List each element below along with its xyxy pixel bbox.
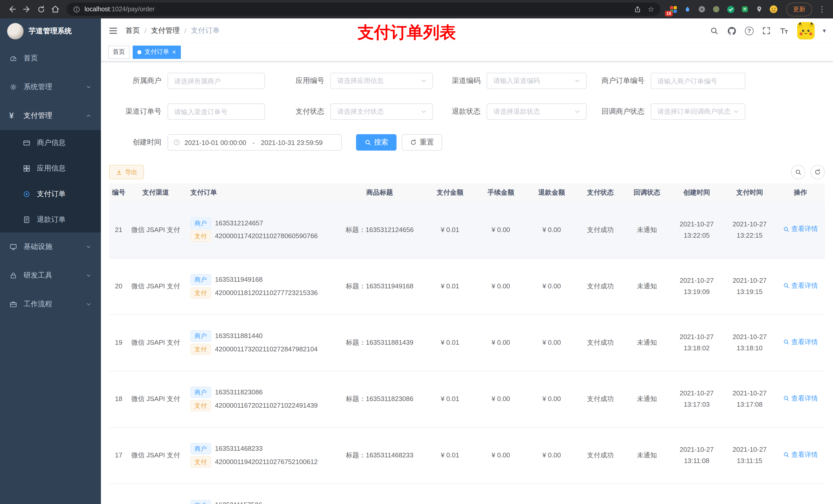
close-icon[interactable]: × (172, 49, 176, 55)
refund-status-select[interactable]: 请选择退款状态 (487, 103, 587, 120)
cell-amount: ¥ 0.01 (425, 258, 475, 314)
export-button[interactable]: 导出 (109, 165, 144, 179)
sidebar-item-refund-order[interactable]: 退款订单 (0, 207, 101, 233)
browser-back-button[interactable] (5, 2, 20, 16)
filter-row-3: 创建时间 2021-10-01 00:00:00 - 2021-10-31 23… (109, 134, 825, 150)
view-detail-link[interactable]: 查看详情 (783, 223, 818, 235)
avatar-caret-icon[interactable]: ▾ (823, 27, 826, 34)
table-refresh-button[interactable] (810, 165, 825, 179)
extension-drop-icon[interactable] (683, 5, 692, 14)
sidebar-item-infra[interactable]: 基础设施 (0, 233, 101, 261)
sidebar-item-devtools[interactable]: 研发工具 (0, 261, 101, 290)
browser-update-button[interactable]: 更新 (786, 2, 812, 16)
breadcrumb-payment[interactable]: 支付管理 (151, 26, 180, 35)
table-search-button[interactable] (791, 165, 805, 179)
chevron-down-icon (420, 77, 427, 85)
app-logo[interactable]: 芋道管理系统 (0, 19, 101, 44)
date-range-separator: - (250, 139, 257, 146)
browser-menu-icon[interactable]: ⋮ (816, 5, 828, 14)
merchant-order-no-input[interactable] (651, 73, 745, 89)
pay-tag: 支付 (190, 343, 211, 355)
view-detail-link[interactable]: 查看详情 (783, 392, 818, 404)
channel-order-no-input[interactable] (168, 103, 265, 120)
github-icon[interactable] (727, 26, 737, 35)
chevron-down-icon (420, 108, 427, 115)
breadcrumb-home[interactable]: 首页 (125, 26, 140, 35)
table-row: 20 微信 JSAPI 支付 商户1635311949168 支付4200001… (109, 258, 825, 314)
cell-pay-order: 商户1635311468233 支付4200001194202110276752… (183, 427, 335, 483)
col-refund: 退款金额 (526, 183, 577, 202)
extension-pin-icon[interactable] (755, 5, 764, 14)
search-icon (364, 139, 372, 146)
tab-home[interactable]: 首页 (108, 45, 129, 58)
browser-forward-button[interactable] (20, 2, 34, 16)
sidebar-item-label: 支付管理 (24, 111, 52, 120)
user-avatar[interactable] (797, 22, 814, 40)
download-icon (116, 169, 122, 175)
sidebar-item-label: 商户信息 (37, 138, 66, 147)
pay-order-no: 4200001167202110271022491439 (215, 400, 318, 411)
chevron-down-icon (733, 108, 740, 115)
sidebar-item-app-info[interactable]: 应用信息 (0, 156, 101, 181)
fullscreen-icon[interactable] (762, 26, 771, 35)
cell-id: 19 (109, 314, 128, 371)
sidebar-item-label: 研发工具 (24, 271, 52, 280)
cell-status: 支付成功 (577, 371, 624, 427)
extension-check-circle-icon[interactable] (726, 5, 735, 14)
view-detail-link[interactable]: 查看详情 (783, 336, 818, 347)
pay-status-select[interactable]: 请选择支付状态 (330, 103, 433, 120)
cell-title: 标题：1635311881439 (335, 314, 424, 371)
help-icon[interactable]: ? (745, 26, 754, 35)
extension-notes-icon[interactable] (740, 5, 749, 14)
site-info-icon[interactable] (73, 5, 80, 13)
col-id: 编号 (109, 183, 128, 202)
search-button[interactable]: 搜索 (356, 134, 397, 150)
search-icon (783, 226, 790, 233)
sidebar-item-pay-order[interactable]: 支付订单 (0, 181, 101, 207)
sidebar-item-home[interactable]: 首页 (0, 44, 101, 73)
merchant-order-no: 1635311949168 (215, 274, 263, 286)
callback-status-select[interactable]: 请选择订单回调商户状态 (651, 103, 745, 120)
reset-button[interactable]: 重置 (402, 134, 442, 150)
cell-id: 20 (109, 258, 128, 314)
hamburger-icon[interactable] (108, 26, 118, 36)
extension-colored-grid-icon[interactable]: 10 (669, 5, 678, 14)
pay-tag: 支付 (190, 287, 211, 298)
extension-olive-circle-icon[interactable] (712, 5, 721, 14)
filter-label-callback-status: 回调商户状态 (594, 107, 651, 116)
sidebar-item-system[interactable]: 系统管理 (0, 73, 101, 101)
sidebar-item-label: 基础设施 (24, 242, 52, 251)
merchant-input[interactable] (168, 73, 265, 89)
create-time-range-input[interactable]: 2021-10-01 00:00:00 - 2021-10-31 23:59:5… (168, 134, 342, 150)
refresh-icon (37, 5, 45, 14)
address-bar[interactable]: localhost:1024/pay/order ☆ (67, 3, 660, 16)
font-size-icon[interactable] (779, 26, 789, 35)
merchant-tag: 商户 (190, 218, 211, 229)
extension-gray-circle-icon[interactable] (697, 5, 707, 14)
sidebar-item-payment[interactable]: ¥ 支付管理 (0, 101, 101, 130)
browser-refresh-button[interactable] (34, 2, 48, 16)
target-icon (23, 190, 31, 198)
filter-row-1: 所属商户 应用编号 请选择应用信息 渠道编码 请输入渠道编码 (109, 73, 825, 89)
sidebar-item-merchant-info[interactable]: 商户信息 (0, 130, 101, 156)
bookmark-star-icon[interactable]: ☆ (648, 6, 654, 13)
chevron-down-icon (574, 108, 581, 115)
tab-pay-order[interactable]: 支付订单 × (133, 45, 181, 58)
app-no-select[interactable]: 请选择应用信息 (330, 73, 433, 89)
extension-face-icon[interactable] (769, 5, 778, 14)
view-detail-link[interactable]: 查看详情 (783, 280, 818, 291)
merchant-tag: 商户 (190, 500, 211, 504)
browser-home-button[interactable] (48, 2, 63, 16)
sidebar-item-workflow[interactable]: 工作流程 (0, 290, 101, 318)
share-icon[interactable] (634, 5, 642, 13)
monitor-icon (9, 243, 18, 251)
cell-title: 标题：1635311823086 (335, 371, 424, 427)
search-icon[interactable] (710, 26, 719, 35)
channel-code-select[interactable]: 请输入渠道编码 (487, 73, 587, 89)
cell-fee (475, 483, 526, 504)
clock-icon (173, 139, 180, 146)
cell-fee: ¥ 0.00 (475, 427, 526, 483)
table-row: 商户1635311157536 支付 (109, 483, 825, 504)
view-detail-link[interactable]: 查看详情 (783, 449, 818, 460)
cell-fee: ¥ 0.00 (475, 258, 526, 314)
